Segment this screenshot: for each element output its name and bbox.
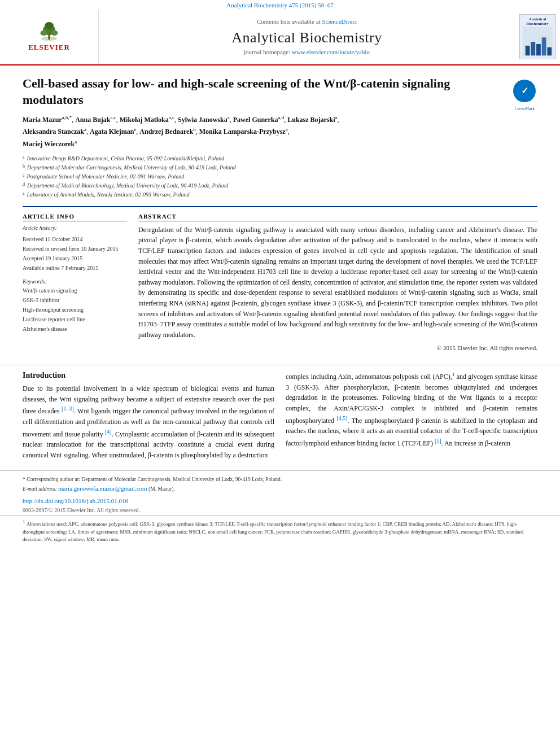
svg-rect-7 <box>525 46 530 55</box>
affil-d: d Department of Medical Biotechnology, M… <box>23 181 537 190</box>
svg-point-3 <box>40 30 47 35</box>
intro-paragraph: Due to its potential involvement in a wi… <box>23 383 274 460</box>
journal-title: Analytical Biochemistry <box>231 29 382 46</box>
citation-5[interactable]: [5] <box>435 438 441 444</box>
svg-text:CrossMark: CrossMark <box>518 99 532 102</box>
section-divider <box>0 365 560 365</box>
crossmark-label: CrossMark <box>512 106 537 111</box>
article-info-column: ARTICLE INFO Article history: Received 1… <box>23 213 127 354</box>
svg-point-4 <box>51 30 58 35</box>
svg-rect-11 <box>547 47 552 56</box>
keyword-alzheimers: Alzheimer's disease <box>23 324 127 334</box>
author-bednarek: Andrzej Bednarek <box>139 128 193 136</box>
footnote-area: * Corresponding author at: Department of… <box>0 470 560 493</box>
authors-list: Maria Mazura,b,*, Anna Bujaka,c, Mikołaj… <box>23 113 537 150</box>
doi-link[interactable]: http://dx.doi.org/10.1016/j.ab.2015.01.0… <box>23 497 128 504</box>
journal-thumbnail: AnalyticalBiochemistry <box>515 10 560 64</box>
svg-rect-8 <box>531 42 535 55</box>
keyword-gsk3: GSK-3 inhibitor <box>23 295 127 305</box>
citation-text: Analytical Biochemistry 475 (2015) 56–67 <box>226 2 333 8</box>
affil-c: c Postgraduate School of Molecular Medic… <box>23 172 537 181</box>
author-lamparska: Monika Lamparska-Przybysz <box>199 128 286 136</box>
introduction-column: Introduction Due to its potential involv… <box>23 371 274 465</box>
main-content: ✓ CrossMark CrossMark Cell-based assay f… <box>0 65 560 359</box>
author-matloka: Mikołaj Matloka <box>120 116 169 124</box>
received-date: Received 11 October 2014 <box>23 234 127 244</box>
citation-4-5[interactable]: [4,5] <box>336 415 347 421</box>
elsevier-brand-text: ELSEVIER <box>28 43 70 52</box>
footnote-1: 1 Abbreviations used: APC, adenomatous p… <box>0 516 560 546</box>
corresponding-author-footnote: * Corresponding author at: Department of… <box>23 475 537 493</box>
author-bojarski: Lukasz Bojarski <box>287 116 335 124</box>
svg-rect-10 <box>541 37 546 55</box>
keyword-luciferase: Luciferase reporter cell line <box>23 314 127 324</box>
sciencedirect-link[interactable]: ScienceDirect <box>322 18 357 25</box>
elsevier-tree-icon <box>35 22 63 42</box>
affiliations-list: a Innovative Drugs R&D Department, Celon… <box>23 154 537 199</box>
sciencedirect-label: Contents lists available at ScienceDirec… <box>257 18 357 25</box>
body-right-column: complex including Axin, adenomatous poly… <box>286 371 537 465</box>
journal-cover-art <box>522 27 553 56</box>
keyword-wnt: Wnt/β-catenin signaling <box>23 286 127 295</box>
affil-a: a Innovative Drugs R&D Department, Celon… <box>23 154 537 163</box>
affil-e: e Laboratory of Animal Models, Nencki In… <box>23 190 537 199</box>
journal-thumb-title: AnalyticalBiochemistry <box>526 17 549 27</box>
abstract-header: ABSTRACT <box>138 213 537 221</box>
author-stanczak: Aleksandra Stanczak <box>23 128 84 136</box>
introduction-title: Introduction <box>23 371 274 380</box>
keywords-label: Keywords: <box>23 278 127 285</box>
citation-1-3[interactable]: [1–3] <box>62 405 74 412</box>
article-info-header: ARTICLE INFO <box>23 213 127 221</box>
elsevier-logo-area: ELSEVIER <box>0 10 99 64</box>
journal-center: Contents lists available at ScienceDirec… <box>99 10 515 64</box>
abstract-column: ABSTRACT Deregulation of the Wnt/β-caten… <box>138 213 537 354</box>
journal-homepage: journal homepage: www.elsevier.com/locat… <box>244 49 370 55</box>
history-label: Article history: <box>23 225 127 231</box>
accepted-date: Accepted 19 January 2015 <box>23 254 127 263</box>
abstract-text: Deregulation of the Wnt/β-catenin signal… <box>138 225 537 340</box>
author-mazur-sup: a,b,* <box>62 115 72 120</box>
right-paragraph: complex including Axin, adenomatous poly… <box>286 371 537 448</box>
issn-text: 0003-2697/© 2015 Elsevier Inc. All right… <box>23 507 140 513</box>
journal-citation: Analytical Biochemistry 475 (2015) 56–67 <box>0 0 560 10</box>
author-wieczorek: Maciej Wieczorek <box>23 140 75 148</box>
journal-thumb-box: AnalyticalBiochemistry <box>519 14 556 59</box>
article-title: Cell-based assay for low- and high-scale… <box>23 76 537 108</box>
bottom-links: http://dx.doi.org/10.1016/j.ab.2015.01.0… <box>0 493 560 516</box>
email-link[interactable]: maria.genowefa.mazur@gmail.com <box>58 485 147 492</box>
copyright-text: © 2015 Elsevier Inc. All rights reserved… <box>138 344 537 351</box>
author-bujak: Anna Bujak <box>75 116 110 124</box>
svg-point-5 <box>45 22 54 29</box>
citation-4[interactable]: [4] <box>105 429 112 435</box>
svg-rect-9 <box>536 44 541 55</box>
journal-top-bar: ELSEVIER Contents lists available at Sci… <box>0 10 560 64</box>
keyword-hts: High-throughput screening <box>23 305 127 314</box>
author-gunerka: Pawel Gunerka <box>233 116 278 124</box>
two-column-section: ARTICLE INFO Article history: Received 1… <box>23 206 537 354</box>
journal-homepage-link[interactable]: www.elsevier.com/locate/yabio <box>292 49 370 55</box>
body-section: Introduction Due to its potential involv… <box>0 371 560 465</box>
journal-header: Analytical Biochemistry 475 (2015) 56–67… <box>0 0 560 65</box>
crossmark-icon: ✓ CrossMark <box>512 78 537 104</box>
received-revised-date: Received in revised form 10 January 2015 <box>23 244 127 254</box>
svg-text:✓: ✓ <box>521 86 528 95</box>
affil-b: b Department of Molecular Carcinogenesis… <box>23 163 537 172</box>
crossmark-area: ✓ CrossMark CrossMark <box>512 78 537 111</box>
author-mazur: Maria Mazur <box>23 116 62 124</box>
author-janowska: Sylwia Janowska <box>178 116 228 124</box>
footnote-ref-1: 1 <box>452 372 455 377</box>
available-date: Available online 7 February 2015 <box>23 263 127 273</box>
author-klejman: Agata Klejman <box>90 128 134 136</box>
